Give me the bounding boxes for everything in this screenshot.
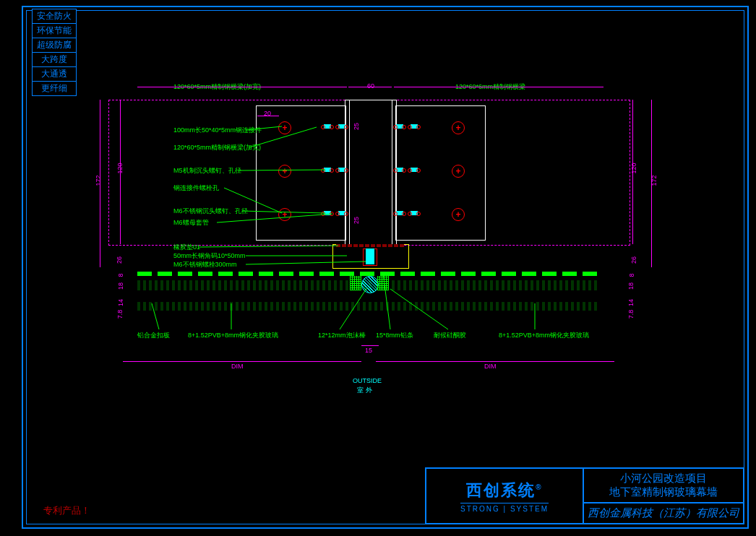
bolt-icon bbox=[278, 165, 291, 178]
dim-15: 15 bbox=[365, 347, 372, 354]
dim-8r: 8 bbox=[627, 273, 635, 277]
annot-c2: 8+1.52PVB+8mm钢化夹胶玻璃 bbox=[188, 331, 278, 340]
brand-en: STRONG | SYSTEM bbox=[460, 503, 549, 513]
fastener-icon bbox=[324, 168, 331, 172]
dimline bbox=[632, 100, 633, 244]
company-name: 西创金属科技（江苏）有限公司 bbox=[584, 503, 743, 523]
dim-14r: 14 bbox=[627, 299, 635, 306]
dim-26: 26 bbox=[116, 256, 123, 264]
outside-en: OUTSIDE bbox=[353, 377, 382, 384]
dimline bbox=[137, 87, 347, 87]
annot-a1: 100mm长50*40*5mm钢连接件 bbox=[173, 126, 262, 135]
fastener-icon bbox=[396, 211, 403, 215]
fastener-icon bbox=[338, 211, 345, 215]
fastener-icon bbox=[411, 168, 418, 172]
annot-c6: 8+1.52PVB+8mm钢化夹胶玻璃 bbox=[499, 331, 589, 340]
bolt-icon bbox=[452, 121, 465, 134]
fastener-icon bbox=[411, 124, 418, 129]
fastener-icon bbox=[411, 211, 418, 215]
dimline bbox=[100, 100, 100, 267]
brand-cn: 西创系统 bbox=[466, 481, 536, 499]
dim-18l: 18 bbox=[117, 282, 124, 290]
brand-cell: 西创系统® STRONG | SYSTEM bbox=[426, 469, 584, 523]
sealant-hatch bbox=[377, 276, 389, 290]
side-label: 安全防火 bbox=[32, 9, 77, 24]
dim-25t: 25 bbox=[353, 123, 360, 130]
fastener-icon bbox=[338, 124, 345, 129]
bolt-icon bbox=[278, 208, 291, 221]
title-block: 西创系统® STRONG | SYSTEM 小河公园改造项目 地下室精制钢玻璃幕… bbox=[425, 467, 744, 524]
annot-c1: 铝合金扣板 bbox=[137, 331, 170, 340]
dimline bbox=[120, 100, 121, 244]
dimline bbox=[376, 361, 614, 362]
side-label: 大跨度 bbox=[32, 52, 77, 67]
annot-a5: M6不锈钢沉头螺钉、孔径 bbox=[173, 207, 248, 216]
sealant-hatch bbox=[350, 276, 361, 290]
dim-25b: 25 bbox=[353, 217, 360, 224]
fastener-icon bbox=[396, 124, 403, 129]
project-title: 小河公园改造项目 地下室精制钢玻璃幕墙 bbox=[584, 469, 743, 503]
outside-cn: 室 外 bbox=[357, 386, 372, 395]
side-label: 更纤细 bbox=[32, 81, 77, 96]
annot-a4: 钢连接件螺栓孔 bbox=[173, 183, 219, 193]
dim-78r: 7.8 bbox=[628, 310, 635, 319]
dim-right: DIM bbox=[484, 363, 497, 370]
dimline bbox=[361, 345, 379, 346]
dim-18r: 18 bbox=[627, 282, 635, 290]
bolt-icon bbox=[452, 208, 465, 221]
annot-c4: 15*8mm铝条 bbox=[376, 331, 413, 340]
fastener-icon bbox=[324, 124, 331, 129]
dim-14l: 14 bbox=[117, 299, 124, 306]
side-label: 大通透 bbox=[32, 66, 77, 82]
annot-b3: M6不锈钢螺栓300mm bbox=[173, 260, 237, 269]
foam-rod-icon bbox=[361, 276, 379, 293]
dim-120r: 120 bbox=[630, 163, 637, 173]
gap-14 bbox=[137, 293, 600, 301]
side-label: 环保节能 bbox=[32, 23, 77, 38]
glass-layer-2 bbox=[137, 302, 600, 311]
drawing-canvas: 120*60*5mm精制钢横梁(加宽) 60 120*60*6mm精制钢横梁 1… bbox=[108, 87, 643, 405]
dimline bbox=[123, 361, 361, 362]
dim-26r: 26 bbox=[630, 256, 637, 264]
dim-left: DIM bbox=[231, 363, 244, 370]
patent-note: 专利产品！ bbox=[43, 504, 90, 517]
fastener-icon bbox=[396, 168, 403, 172]
fastener-icon bbox=[338, 168, 345, 172]
sleeve-section bbox=[366, 248, 374, 264]
brand-reg: ® bbox=[536, 483, 542, 490]
annot-a6: M6螺母套管 bbox=[173, 218, 209, 228]
svg-line-6 bbox=[199, 246, 338, 247]
dimline bbox=[394, 87, 603, 87]
dim-8l: 8 bbox=[117, 273, 124, 277]
fastener-icon bbox=[324, 211, 331, 215]
side-label: 超级防腐 bbox=[32, 38, 77, 53]
dim-60: 60 bbox=[367, 82, 374, 90]
gasket-strip bbox=[336, 244, 404, 247]
title-cell: 小河公园改造项目 地下室精制钢玻璃幕墙 西创金属科技（江苏）有限公司 bbox=[584, 469, 743, 523]
bolt-icon bbox=[278, 121, 291, 134]
annot-a2: 120*60*5mm精制钢横梁(加宽) bbox=[173, 143, 261, 152]
annot-c3: 12*12mm泡沫棒 bbox=[318, 331, 366, 340]
dim-172: 172 bbox=[95, 175, 102, 186]
dimline bbox=[651, 100, 652, 267]
dim-78l: 7.8 bbox=[116, 310, 124, 319]
bolt-icon bbox=[452, 165, 465, 178]
side-label-stack: 安全防火 环保节能 超级防腐 大跨度 大通透 更纤细 bbox=[32, 9, 77, 95]
annot-c5: 耐候硅酮胶 bbox=[434, 331, 466, 340]
dimline bbox=[348, 87, 392, 87]
annot-a3: M5机制沉头螺钉、孔径 bbox=[173, 166, 241, 176]
